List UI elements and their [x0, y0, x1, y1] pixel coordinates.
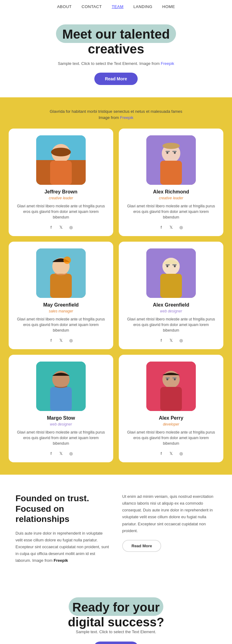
member-photo-margo [36, 362, 86, 411]
member-bio-alex-p: Glavi amet ritnisl libero molestie ante … [125, 430, 217, 446]
twitter-icon-alex-g[interactable]: 𝕏 [168, 337, 174, 344]
member-bio-jeffrey: Glavi amet ritnisl libero molestie ante … [15, 203, 107, 220]
member-role-margo: web designer [15, 422, 107, 426]
nav-team[interactable]: TEAM [112, 4, 123, 9]
member-role-alex-g: web designer [125, 309, 217, 313]
twitter-icon-alex-r[interactable]: 𝕏 [168, 224, 174, 231]
member-bio-may: Glavi amet ritnisl libero molestie ante … [15, 316, 107, 333]
instagram-icon-margo[interactable]: ◎ [67, 450, 74, 457]
svg-point-4 [51, 148, 71, 156]
team-card-jeffrey: Jeffrey Brown creative leader Glavi amet… [9, 129, 113, 236]
svg-rect-23 [172, 264, 177, 265]
freepik-link-hero[interactable]: Freepik [161, 61, 174, 66]
nav-home[interactable]: HOME [162, 4, 175, 9]
trust-section: Founded on trust. Focused on relationshi… [0, 475, 232, 581]
social-icons-alex-p: f 𝕏 ◎ [125, 450, 217, 457]
svg-rect-3 [50, 161, 72, 185]
trust-right-text: Ut enim ad minim veniam, quis nostrud ex… [122, 493, 217, 534]
team-card-margo: Margo Stow web designer Glavi amet ritni… [9, 355, 113, 462]
social-icons-alex-g: f 𝕏 ◎ [125, 337, 217, 344]
svg-rect-26 [50, 387, 72, 411]
member-name-alex-r: Alex Richmond [125, 189, 217, 195]
member-photo-alex-g [146, 248, 196, 298]
member-name-may: May Greenfield [15, 302, 107, 308]
svg-rect-15 [50, 274, 72, 298]
hero-title: Meet our talented creatives [19, 27, 213, 57]
team-section: Glavrida for habitant morbi tristique se… [0, 97, 232, 475]
instagram-icon-may[interactable]: ◎ [67, 337, 74, 344]
member-name-jeffrey: Jeffrey Brown [15, 189, 107, 195]
trust-read-more-button[interactable]: Read More [122, 540, 161, 552]
nav-contact[interactable]: CONTACT [82, 4, 102, 9]
member-photo-alex-p [146, 362, 196, 411]
nav-landing[interactable]: LANDING [133, 4, 152, 9]
twitter-icon-alex-p[interactable]: 𝕏 [168, 450, 174, 457]
svg-rect-11 [165, 151, 170, 152]
member-name-margo: Margo Stow [15, 415, 107, 421]
facebook-icon-margo[interactable]: f [48, 450, 54, 457]
facebook-icon-alex-r[interactable]: f [158, 224, 165, 231]
social-icons-jeffrey: f 𝕏 ◎ [15, 224, 107, 231]
instagram-icon-alex-g[interactable]: ◎ [178, 337, 184, 344]
social-icons-margo: f 𝕏 ◎ [15, 450, 107, 457]
hero-read-more-button[interactable]: Read More [94, 73, 138, 85]
member-name-alex-p: Alex Perry [125, 415, 217, 421]
facebook-icon-may[interactable]: f [48, 337, 54, 344]
team-card-may: May Greenfield sales manager Glavi amet … [9, 242, 113, 349]
svg-rect-12 [172, 151, 177, 152]
navigation: ABOUT CONTACT TEAM LANDING HOME [0, 0, 232, 12]
cta-section: Ready for your digital success? Sample t… [0, 581, 232, 644]
team-grid: Jeffrey Brown creative leader Glavi amet… [9, 129, 223, 462]
freepik-link-trust[interactable]: Freepik [54, 558, 68, 563]
instagram-icon-alex-p[interactable]: ◎ [178, 450, 184, 457]
facebook-icon-jeffrey[interactable]: f [48, 224, 54, 231]
member-bio-alex-r: Glavi amet ritnisl libero molestie ante … [125, 203, 217, 220]
trust-heading: Founded on trust. Focused on relationshi… [15, 493, 110, 524]
svg-rect-32 [165, 377, 170, 379]
trust-left-text: Duis aute irure dolor in reprehenderit i… [15, 530, 110, 564]
twitter-icon-margo[interactable]: 𝕏 [58, 450, 64, 457]
social-icons-alex-r: f 𝕏 ◎ [125, 224, 217, 231]
team-intro: Glavrida for habitant morbi tristique se… [9, 108, 223, 121]
member-photo-jeffrey [36, 135, 86, 185]
facebook-icon-alex-p[interactable]: f [158, 450, 165, 457]
freepik-link-team[interactable]: Freepik [120, 115, 133, 120]
nav-about[interactable]: ABOUT [57, 4, 71, 9]
member-role-alex-r: creative leader [125, 196, 217, 200]
instagram-icon-alex-r[interactable]: ◎ [178, 224, 184, 231]
hero-section: Meet our talented creatives Sample text.… [0, 12, 232, 97]
svg-point-16 [63, 256, 71, 264]
trust-right: Ut enim ad minim veniam, quis nostrud ex… [122, 493, 217, 552]
cta-title: Ready for your digital success? [19, 600, 213, 629]
member-role-jeffrey: creative leader [15, 196, 107, 200]
member-bio-alex-g: Glavi amet ritnisl libero molestie ante … [125, 316, 217, 333]
svg-rect-33 [172, 377, 177, 379]
twitter-icon-may[interactable]: 𝕏 [58, 337, 64, 344]
social-icons-may: f 𝕏 ◎ [15, 337, 107, 344]
member-bio-margo: Glavi amet ritnisl libero molestie ante … [15, 430, 107, 446]
cta-get-started-button[interactable]: Get Started [94, 642, 138, 644]
instagram-icon-jeffrey[interactable]: ◎ [67, 224, 74, 231]
team-card-alex-r: Alex Richmond creative leader Glavi amet… [119, 129, 223, 236]
member-name-alex-g: Alex Greenfield [125, 302, 217, 308]
member-photo-alex-r [146, 135, 196, 185]
cta-subtitle: Sample text. Click to select the Text El… [19, 629, 213, 634]
team-card-alex-g: Alex Greenfield web designer Glavi amet … [119, 242, 223, 349]
hero-subtitle: Sample text. Click to select the Text El… [19, 61, 213, 66]
trust-left: Founded on trust. Focused on relationshi… [15, 493, 110, 564]
svg-rect-22 [165, 264, 170, 265]
member-role-alex-p: developer [125, 422, 217, 426]
member-photo-may [36, 248, 86, 298]
member-role-may: sales manager [15, 309, 107, 313]
team-card-alex-p: Alex Perry developer Glavi amet ritnisl … [119, 355, 223, 462]
svg-rect-29 [160, 387, 182, 411]
svg-rect-19 [160, 274, 182, 298]
twitter-icon-jeffrey[interactable]: 𝕏 [58, 224, 64, 231]
svg-rect-7 [160, 161, 182, 185]
facebook-icon-alex-g[interactable]: f [158, 337, 165, 344]
svg-point-8 [162, 143, 180, 149]
